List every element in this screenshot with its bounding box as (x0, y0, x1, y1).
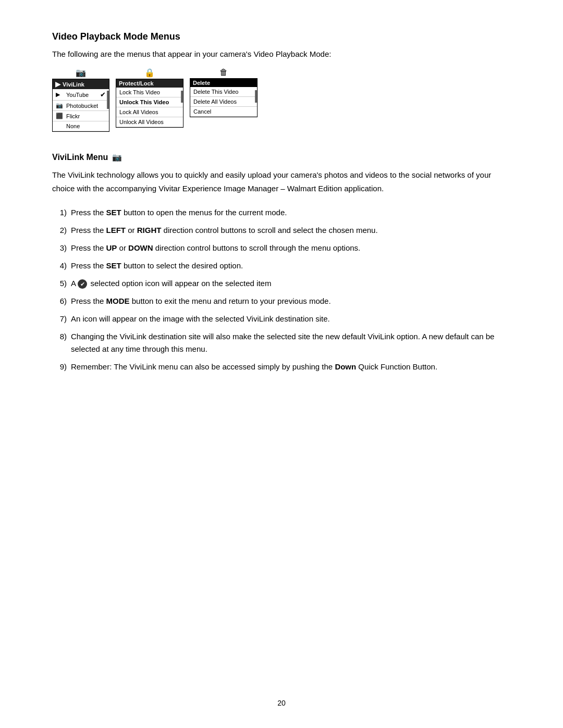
item-4-content: Press the SET button to select the desir… (71, 260, 511, 272)
vivilink-section-heading: ViviLink Menu 📷 (52, 153, 511, 162)
page-number: 20 (277, 699, 286, 707)
item-3-content: Press the UP or DOWN direction control b… (71, 242, 511, 254)
section1-intro: The following are the menus that appear … (52, 50, 511, 58)
vivilink-header-label: ViviLink (63, 81, 84, 88)
vivilink-menu-header: ▶ ViviLink (53, 79, 109, 89)
item-9-content: Remember: The ViviLink menu can also be … (71, 361, 511, 373)
flickr-label: Flickr (66, 113, 80, 119)
delete-menu: Delete Delete This Video Delete All Vide… (190, 78, 258, 117)
youtube-check: ✔ (100, 91, 106, 98)
list-item-5: 5) A ✔ selected option icon will appear … (52, 277, 511, 290)
protect-item-lock-all: Lock All Videos (116, 107, 183, 117)
vivilink-item-flickr: ⬛ Flickr (53, 111, 109, 121)
vivilink-menu-wrapper: 📷 ▶ ViviLink ▶ YouTube ✔ 📷 Photobucket ⬛ (52, 68, 109, 132)
photobucket-label: Photobucket (66, 103, 98, 109)
delete-cancel-label: Cancel (193, 108, 211, 115)
delete-item-this: Delete This Video (190, 87, 257, 97)
vivilink-paragraph: The ViviLink technology allows you to qu… (52, 168, 511, 195)
mode-bold: MODE (106, 297, 130, 305)
protect-top-icon: 🔒 (116, 68, 183, 78)
delete-all-label: Delete All Videos (193, 98, 237, 105)
protect-menu-wrapper: 🔒 Protect/Lock Lock This Video Unlock Th… (116, 68, 183, 132)
vivilink-section-icon: 📷 (112, 153, 122, 162)
vivilink-section-title: ViviLink Menu (52, 153, 108, 162)
item-3-num: 3) (52, 242, 67, 254)
menus-container: 📷 ▶ ViviLink ▶ YouTube ✔ 📷 Photobucket ⬛ (52, 68, 511, 132)
item-5-num: 5) (52, 277, 67, 290)
protect-menu: Protect/Lock Lock This Video Unlock This… (116, 79, 183, 128)
unlock-this-label: Unlock This Video (119, 99, 169, 105)
youtube-icon: ▶ (56, 91, 64, 98)
item-7-content: An icon will appear on the image with th… (71, 313, 511, 325)
protect-item-unlock-all: Unlock All Videos (116, 117, 183, 127)
list-item-6: 6) Press the MODE button to exit the men… (52, 295, 511, 307)
vivilink-header-icon: ▶ (55, 80, 60, 88)
check-circle-icon: ✔ (78, 279, 87, 289)
protect-menu-header: Protect/Lock (116, 79, 183, 88)
delete-menu-header: Delete (190, 79, 257, 87)
delete-menu-wrapper: 🗑 Delete Delete This Video Delete All Vi… (190, 68, 258, 132)
up-bold: UP (106, 243, 117, 252)
instructions-list: 1) Press the SET button to open the menu… (52, 206, 511, 373)
list-item-7: 7) An icon will appear on the image with… (52, 313, 511, 325)
item-5-content: A ✔ selected option icon will appear on … (71, 277, 511, 290)
item-2-content: Press the LEFT or RIGHT direction contro… (71, 224, 511, 237)
vivilink-menu: ▶ ViviLink ▶ YouTube ✔ 📷 Photobucket ⬛ F… (52, 79, 109, 132)
youtube-label: YouTube (66, 92, 89, 98)
set-bold-2: SET (106, 261, 121, 270)
delete-this-label: Delete This Video (193, 89, 238, 95)
item-6-content: Press the MODE button to exit the menu a… (71, 295, 511, 307)
left-bold: LEFT (106, 226, 126, 235)
list-item-1: 1) Press the SET button to open the menu… (52, 206, 511, 219)
flickr-icon: ⬛ (56, 113, 64, 119)
item-1-content: Press the SET button to open the menus f… (71, 206, 511, 219)
page: Video Playback Mode Menus The following … (0, 0, 563, 728)
delete-item-all: Delete All Videos (190, 97, 257, 107)
none-label: None (66, 123, 80, 129)
list-item-9: 9) Remember: The ViviLink menu can also … (52, 361, 511, 373)
down-qfb-bold: Down (335, 362, 356, 371)
section1-title: Video Playback Mode Menus (52, 31, 511, 42)
list-item-4: 4) Press the SET button to select the de… (52, 260, 511, 272)
right-bold: RIGHT (137, 226, 162, 235)
list-item-3: 3) Press the UP or DOWN direction contro… (52, 242, 511, 254)
delete-header-label: Delete (193, 80, 210, 86)
vivilink-item-photobucket: 📷 Photobucket (53, 101, 109, 111)
item-6-num: 6) (52, 295, 67, 307)
lock-this-label: Lock This Video (119, 89, 160, 95)
vivilink-item-none: None (53, 121, 109, 131)
photobucket-icon: 📷 (56, 102, 64, 109)
item-1-num: 1) (52, 206, 67, 219)
list-item-8: 8) Changing the ViviLink destination sit… (52, 330, 511, 355)
set-bold-1: SET (106, 208, 121, 217)
vivilink-top-icon: 📷 (52, 68, 109, 78)
down-bold: DOWN (128, 243, 153, 252)
item-8-num: 8) (52, 330, 67, 343)
delete-top-icon: 🗑 (190, 68, 258, 77)
item-7-num: 7) (52, 313, 67, 325)
item-4-num: 4) (52, 260, 67, 272)
item-8-content: Changing the ViviLink destination site w… (71, 330, 511, 355)
protect-header-label: Protect/Lock (119, 80, 154, 87)
lock-all-label: Lock All Videos (119, 109, 158, 115)
unlock-all-label: Unlock All Videos (119, 119, 164, 125)
list-item-2: 2) Press the LEFT or RIGHT direction con… (52, 224, 511, 237)
protect-item-lock-this: Lock This Video (116, 88, 183, 97)
item-9-num: 9) (52, 361, 67, 373)
vivilink-item-youtube: ▶ YouTube ✔ (53, 89, 109, 101)
item-2-num: 2) (52, 224, 67, 237)
delete-item-cancel: Cancel (190, 107, 257, 117)
protect-item-unlock-this: Unlock This Video (116, 97, 183, 107)
